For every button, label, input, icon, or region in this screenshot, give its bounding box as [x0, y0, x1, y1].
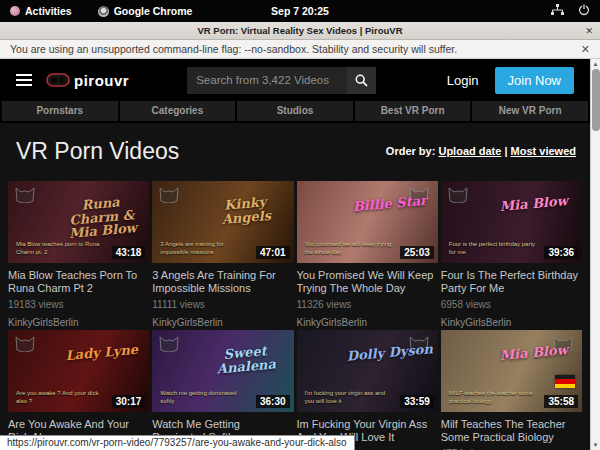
hamburger-menu-icon[interactable] [16, 74, 32, 86]
video-title[interactable]: You Promised We Will Keep Trying The Who… [297, 269, 436, 295]
thumb-overlay-title: Sweet Analena [201, 342, 291, 377]
running-app-indicator[interactable]: Google Chrome [98, 5, 193, 17]
browser-viewport: pirouvr Login Join Now Pornstars Categor… [0, 59, 600, 450]
scrollbar-thumb[interactable] [592, 69, 600, 131]
join-now-button[interactable]: Join Now [495, 67, 574, 94]
network-icon[interactable] [551, 2, 564, 20]
video-studio-link[interactable]: KinkyGirlsBerlin [8, 317, 149, 328]
search-button[interactable] [347, 67, 376, 94]
video-title[interactable]: Mia Blow Teaches Porn To Runa Charm Pt 2 [8, 269, 147, 295]
order-by-controls: Order by: Upload date | Most viewed [386, 138, 576, 157]
search-input[interactable] [187, 67, 347, 94]
thumb-caption: Watch me getting dominated softly [160, 390, 248, 406]
thumb-overlay-title: Billie Star [346, 193, 434, 214]
page-title: VR Porn Videos [16, 138, 179, 165]
order-by-most-viewed-link[interactable]: Most viewed [511, 145, 576, 157]
video-duration: 47:01 [256, 246, 290, 259]
video-thumbnail[interactable]: Lady Lyne Are you awake ? And your dick … [8, 330, 149, 412]
video-title[interactable]: Four Is The Perfect Birthday Party For M… [441, 269, 580, 295]
video-card[interactable]: Billie Star You promised we will keep tr… [297, 181, 438, 328]
video-duration: 35:58 [544, 395, 578, 408]
thumb-caption: Mia Blow teaches porn to Runa Charm pt. … [16, 241, 104, 257]
video-card[interactable]: Dolly Dyson I'm fucking your virgin ass … [297, 330, 438, 450]
video-thumbnail[interactable]: Billie Star You promised we will keep tr… [297, 181, 438, 263]
site-logo[interactable]: pirouvr [46, 72, 129, 89]
menu-item-studios[interactable]: Studios [237, 101, 353, 121]
thumb-overlay-title: Mia Blow [490, 342, 578, 363]
video-views: 6958 views [441, 299, 582, 310]
video-grid: Runa Charm & Mia Blow Mia Blow teaches p… [0, 181, 590, 450]
thumb-caption: MILF teaches the teacher some practical … [449, 390, 537, 406]
video-studio-link[interactable]: KinkyGirlsBerlin [441, 317, 582, 328]
video-card[interactable]: Mia Blow Four is the perfect birthday pa… [441, 181, 582, 328]
thumb-overlay-title: Runa Charm & Mia Blow [56, 193, 147, 241]
thumb-overlay-title: Mia Blow [490, 193, 578, 214]
video-thumbnail[interactable]: Dolly Dyson I'm fucking your virgin ass … [297, 330, 438, 412]
activities-button[interactable]: Activities [10, 5, 72, 17]
video-card[interactable]: Sweet Analena Watch me getting dominated… [152, 330, 293, 450]
menu-item-new-vr-porn[interactable]: New VR Porn [472, 101, 588, 121]
order-by-upload-date-link[interactable]: Upload date [438, 145, 501, 157]
video-studio-link[interactable]: KinkyGirlsBerlin [297, 317, 438, 328]
thumb-overlay-title: Dolly Dyson [346, 342, 434, 363]
desktop-top-bar: Activities Google Chrome Sep 7 20:25 [0, 0, 600, 22]
thumb-caption: 3 Angels are training for impossible mis… [160, 241, 248, 257]
video-card[interactable]: Lady Lyne Are you awake ? And your dick … [8, 330, 149, 450]
video-thumbnail[interactable]: Mia Blow MILF teaches the teacher some p… [441, 330, 582, 412]
menu-item-best-vr-porn[interactable]: Best VR Porn [355, 101, 471, 121]
logo-text: pirouvr [74, 72, 129, 89]
studio-cat-mask-icon [14, 334, 36, 356]
main-menu: Pornstars Categories Studios Best VR Por… [0, 101, 590, 123]
video-thumbnail[interactable]: Runa Charm & Mia Blow Mia Blow teaches p… [8, 181, 149, 263]
menu-item-categories[interactable]: Categories [120, 101, 236, 121]
video-duration: 33:59 [400, 395, 434, 408]
studio-cat-mask-icon [14, 185, 36, 207]
video-duration: 36:30 [256, 395, 290, 408]
video-duration: 25:03 [400, 246, 434, 259]
thumb-overlay-title: Lady Lyne [57, 342, 145, 363]
video-card[interactable]: Runa Charm & Mia Blow Mia Blow teaches p… [8, 181, 149, 328]
video-card[interactable]: Mia Blow MILF teaches the teacher some p… [441, 330, 582, 450]
video-thumbnail[interactable]: Mia Blow Four is the perfect birthday pa… [441, 181, 582, 263]
german-flag [555, 375, 575, 388]
thumb-caption: I'm fucking your virgin ass and you will… [305, 390, 393, 406]
video-views: 11326 views [297, 299, 438, 310]
window-title-bar: VR Porn: Virtual Reality Sex Videos | Pi… [0, 22, 600, 40]
video-duration: 30:17 [112, 395, 146, 408]
video-thumbnail[interactable]: Kinky Angels 3 Angels are training for i… [152, 181, 293, 263]
thumb-overlay-title: Kinky Angels [201, 193, 291, 228]
infobar-close-icon[interactable]: ✕ [581, 43, 590, 56]
chrome-icon [98, 6, 109, 17]
running-app-label: Google Chrome [114, 5, 193, 17]
vr-headset-icon [46, 73, 70, 87]
status-bar-url: https://pirouvr.com/vr-porn-video/779325… [0, 435, 355, 450]
studio-cat-mask-icon [447, 185, 469, 207]
chrome-infobar: You are using an unsupported command-lin… [0, 40, 600, 59]
infobar-message: You are using an unsupported command-lin… [10, 43, 457, 55]
thumb-caption: Are you awake ? And your dick also ? [16, 390, 104, 406]
clock[interactable]: Sep 7 20:25 [271, 5, 329, 17]
page-scrollbar[interactable]: ▲ ▼ [590, 59, 600, 450]
search-bar [187, 67, 376, 94]
order-by-label: Order by: [386, 145, 436, 157]
video-title[interactable]: 3 Angels Are Training For Impossible Mis… [152, 269, 291, 295]
video-duration: 39:36 [544, 246, 578, 259]
video-card[interactable]: Kinky Angels 3 Angels are training for i… [152, 181, 293, 328]
scrollbar-down-arrow[interactable]: ▼ [593, 442, 599, 448]
video-duration: 43:18 [112, 246, 146, 259]
video-thumbnail[interactable]: Sweet Analena Watch me getting dominated… [152, 330, 293, 412]
window-close-icon[interactable]: ✕ [585, 26, 593, 36]
studio-cat-mask-icon [158, 334, 180, 356]
video-title[interactable]: Milf Teaches The Teacher Some Practical … [441, 418, 580, 444]
search-icon [355, 74, 368, 87]
activities-icon [10, 6, 20, 16]
power-icon[interactable] [578, 2, 590, 20]
video-studio-link[interactable]: KinkyGirlsBerlin [152, 317, 293, 328]
scrollbar-up-arrow[interactable]: ▲ [593, 61, 599, 67]
video-views: 11111 views [152, 299, 293, 310]
window-title: VR Porn: Virtual Reality Sex Videos | Pi… [197, 25, 402, 36]
video-views: 19183 views [8, 299, 149, 310]
menu-item-pornstars[interactable]: Pornstars [2, 101, 118, 121]
login-link[interactable]: Login [447, 73, 479, 88]
studio-cat-mask-icon [158, 185, 180, 207]
